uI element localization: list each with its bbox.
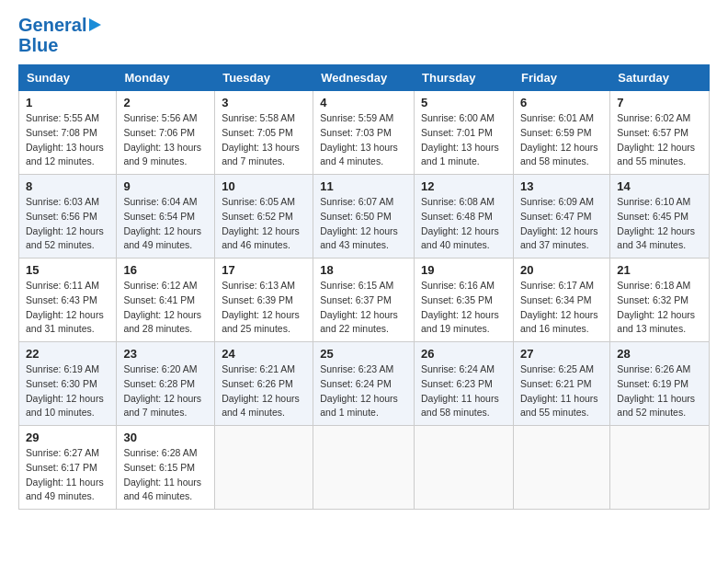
day-info: Sunrise: 6:24 AMSunset: 6:23 PMDaylight:…: [421, 362, 506, 420]
table-row: 6Sunrise: 6:01 AMSunset: 6:59 PMDaylight…: [513, 91, 609, 175]
day-info: Sunrise: 6:01 AMSunset: 6:59 PMDaylight:…: [520, 111, 603, 169]
day-info: Sunrise: 6:11 AMSunset: 6:43 PMDaylight:…: [26, 279, 109, 337]
table-row: 5Sunrise: 6:00 AMSunset: 7:01 PMDaylight…: [415, 91, 514, 175]
day-info: Sunrise: 6:09 AMSunset: 6:47 PMDaylight:…: [520, 195, 603, 253]
day-number: 27: [520, 347, 603, 361]
day-info: Sunrise: 6:20 AMSunset: 6:28 PMDaylight:…: [123, 362, 208, 420]
table-row: 18Sunrise: 6:15 AMSunset: 6:37 PMDayligh…: [313, 259, 415, 342]
col-wednesday: Wednesday: [313, 65, 415, 91]
table-row: [415, 426, 514, 510]
table-row: 16Sunrise: 6:12 AMSunset: 6:41 PMDayligh…: [117, 259, 215, 342]
col-monday: Monday: [117, 65, 215, 91]
day-info: Sunrise: 6:27 AMSunset: 6:17 PMDaylight:…: [26, 446, 109, 504]
day-info: Sunrise: 6:17 AMSunset: 6:34 PMDaylight:…: [520, 279, 603, 337]
day-info: Sunrise: 6:25 AMSunset: 6:21 PMDaylight:…: [520, 362, 603, 420]
day-number: 18: [320, 263, 407, 277]
day-number: 8: [26, 179, 109, 193]
table-row: 8Sunrise: 6:03 AMSunset: 6:56 PMDaylight…: [19, 175, 117, 259]
table-row: 10Sunrise: 6:05 AMSunset: 6:52 PMDayligh…: [215, 175, 313, 259]
day-info: Sunrise: 5:58 AMSunset: 7:05 PMDaylight:…: [222, 111, 306, 169]
col-sunday: Sunday: [19, 65, 117, 91]
table-row: 26Sunrise: 6:24 AMSunset: 6:23 PMDayligh…: [415, 342, 514, 426]
day-number: 10: [222, 179, 306, 193]
logo: General Blue: [18, 15, 101, 55]
calendar-week-row: 29Sunrise: 6:27 AMSunset: 6:17 PMDayligh…: [19, 426, 710, 510]
table-row: 1Sunrise: 5:55 AMSunset: 7:08 PMDaylight…: [19, 91, 117, 175]
calendar-week-row: 22Sunrise: 6:19 AMSunset: 6:30 PMDayligh…: [19, 342, 710, 426]
table-row: [610, 426, 710, 510]
day-info: Sunrise: 6:16 AMSunset: 6:35 PMDaylight:…: [421, 279, 506, 337]
day-number: 13: [520, 179, 603, 193]
day-info: Sunrise: 6:07 AMSunset: 6:50 PMDaylight:…: [320, 195, 407, 253]
day-info: Sunrise: 6:12 AMSunset: 6:41 PMDaylight:…: [123, 279, 208, 337]
col-tuesday: Tuesday: [215, 65, 313, 91]
day-number: 24: [222, 347, 306, 361]
table-row: 15Sunrise: 6:11 AMSunset: 6:43 PMDayligh…: [19, 259, 117, 342]
day-info: Sunrise: 6:03 AMSunset: 6:56 PMDaylight:…: [26, 195, 109, 253]
day-number: 19: [421, 263, 506, 277]
day-number: 9: [123, 179, 208, 193]
logo-arrow-icon: [89, 18, 101, 31]
day-number: 7: [617, 96, 702, 109]
table-row: 21Sunrise: 6:18 AMSunset: 6:32 PMDayligh…: [610, 259, 710, 342]
day-info: Sunrise: 5:55 AMSunset: 7:08 PMDaylight:…: [26, 111, 109, 169]
day-info: Sunrise: 6:18 AMSunset: 6:32 PMDaylight:…: [617, 279, 702, 337]
day-info: Sunrise: 6:00 AMSunset: 7:01 PMDaylight:…: [421, 111, 506, 169]
table-row: 29Sunrise: 6:27 AMSunset: 6:17 PMDayligh…: [19, 426, 117, 510]
day-info: Sunrise: 6:05 AMSunset: 6:52 PMDaylight:…: [222, 195, 306, 253]
day-number: 12: [421, 179, 506, 193]
day-number: 29: [26, 431, 109, 444]
day-info: Sunrise: 5:59 AMSunset: 7:03 PMDaylight:…: [320, 111, 407, 169]
day-number: 22: [26, 347, 109, 361]
day-number: 6: [520, 96, 603, 109]
day-number: 2: [123, 96, 208, 109]
table-row: 20Sunrise: 6:17 AMSunset: 6:34 PMDayligh…: [513, 259, 609, 342]
day-number: 26: [421, 347, 506, 361]
day-number: 15: [26, 263, 109, 277]
day-number: 25: [320, 347, 407, 361]
table-row: 4Sunrise: 5:59 AMSunset: 7:03 PMDaylight…: [313, 91, 415, 175]
table-row: 22Sunrise: 6:19 AMSunset: 6:30 PMDayligh…: [19, 342, 117, 426]
table-row: 25Sunrise: 6:23 AMSunset: 6:24 PMDayligh…: [313, 342, 415, 426]
table-row: 27Sunrise: 6:25 AMSunset: 6:21 PMDayligh…: [513, 342, 609, 426]
table-row: 13Sunrise: 6:09 AMSunset: 6:47 PMDayligh…: [513, 175, 609, 259]
day-number: 5: [421, 96, 506, 109]
day-info: Sunrise: 6:02 AMSunset: 6:57 PMDaylight:…: [617, 111, 702, 169]
day-number: 21: [617, 263, 702, 277]
day-info: Sunrise: 6:10 AMSunset: 6:45 PMDaylight:…: [617, 195, 702, 253]
calendar-week-row: 15Sunrise: 6:11 AMSunset: 6:43 PMDayligh…: [19, 259, 710, 342]
calendar-page: General Blue Sunday Monday Tuesday Wedne…: [0, 0, 728, 563]
day-number: 11: [320, 179, 407, 193]
table-row: 24Sunrise: 6:21 AMSunset: 6:26 PMDayligh…: [215, 342, 313, 426]
day-info: Sunrise: 6:13 AMSunset: 6:39 PMDaylight:…: [222, 279, 306, 337]
logo-text-general: General: [18, 15, 86, 35]
day-number: 16: [123, 263, 208, 277]
table-row: 19Sunrise: 6:16 AMSunset: 6:35 PMDayligh…: [415, 259, 514, 342]
day-number: 14: [617, 179, 702, 193]
table-row: 12Sunrise: 6:08 AMSunset: 6:48 PMDayligh…: [415, 175, 514, 259]
day-info: Sunrise: 6:15 AMSunset: 6:37 PMDaylight:…: [320, 279, 407, 337]
table-row: 11Sunrise: 6:07 AMSunset: 6:50 PMDayligh…: [313, 175, 415, 259]
day-info: Sunrise: 6:28 AMSunset: 6:15 PMDaylight:…: [123, 446, 208, 504]
day-number: 23: [123, 347, 208, 361]
day-info: Sunrise: 5:56 AMSunset: 7:06 PMDaylight:…: [123, 111, 208, 169]
calendar-week-row: 8Sunrise: 6:03 AMSunset: 6:56 PMDaylight…: [19, 175, 710, 259]
calendar-table: Sunday Monday Tuesday Wednesday Thursday…: [18, 64, 710, 510]
header: General Blue: [18, 15, 710, 55]
day-info: Sunrise: 6:04 AMSunset: 6:54 PMDaylight:…: [123, 195, 208, 253]
table-row: 30Sunrise: 6:28 AMSunset: 6:15 PMDayligh…: [117, 426, 215, 510]
day-number: 20: [520, 263, 603, 277]
col-friday: Friday: [513, 65, 609, 91]
table-row: [215, 426, 313, 510]
logo-text-blue: Blue: [18, 35, 101, 55]
day-number: 1: [26, 96, 109, 109]
day-number: 28: [617, 347, 702, 361]
day-info: Sunrise: 6:23 AMSunset: 6:24 PMDaylight:…: [320, 362, 407, 420]
day-number: 4: [320, 96, 407, 109]
day-info: Sunrise: 6:21 AMSunset: 6:26 PMDaylight:…: [222, 362, 306, 420]
table-row: 14Sunrise: 6:10 AMSunset: 6:45 PMDayligh…: [610, 175, 710, 259]
table-row: [313, 426, 415, 510]
table-row: 7Sunrise: 6:02 AMSunset: 6:57 PMDaylight…: [610, 91, 710, 175]
table-row: 9Sunrise: 6:04 AMSunset: 6:54 PMDaylight…: [117, 175, 215, 259]
day-number: 3: [222, 96, 306, 109]
